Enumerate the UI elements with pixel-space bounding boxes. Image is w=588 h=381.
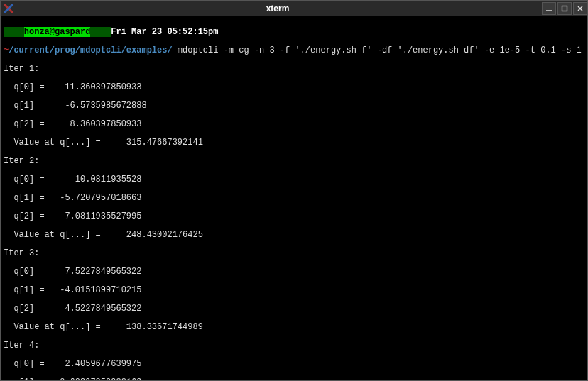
output-line: q[0] = 2.4059677639975	[4, 360, 584, 369]
output-line: Value at q[...] = 138.33671744989	[4, 323, 584, 332]
output-line: Iter 3:	[4, 249, 584, 258]
window-title: xterm	[15, 4, 540, 13]
output-line: Iter 1:	[4, 65, 584, 74]
output-line: q[1] = -0.60397850933169	[4, 378, 584, 380]
output-line: q[0] = 10.0811935528	[4, 175, 584, 184]
command-line: ~/current/prog/mdoptcli/examples/ mdoptc…	[4, 46, 584, 55]
maximize-button[interactable]	[557, 2, 572, 15]
output-line: q[1] = -5.7207957018663	[4, 194, 584, 203]
output-line: Iter 4:	[4, 341, 584, 350]
terminal-body[interactable]: honza@gaspard Fri Mar 23 05:52:15pm ~/cu…	[1, 16, 587, 380]
prompt-timestamp: Fri Mar 23 05:52:15pm	[111, 27, 218, 37]
titlebar[interactable]: xterm	[1, 1, 587, 16]
svg-rect-3	[562, 6, 567, 11]
prompt-line: honza@gaspard Fri Mar 23 05:52:15pm	[4, 28, 584, 37]
output-line: Iter 2:	[4, 157, 584, 166]
output-line: q[2] = 4.5227849565322	[4, 304, 584, 314]
prompt-userhost: honza@gaspard	[24, 27, 91, 37]
output-line: q[0] = 11.360397850933	[4, 83, 584, 92]
app-icon	[2, 2, 15, 15]
window-controls	[540, 2, 587, 15]
minimize-button[interactable]	[542, 2, 556, 15]
output-line: q[1] = -4.0151899710215	[4, 286, 584, 295]
output-line: Value at q[...] = 315.47667392141	[4, 138, 584, 148]
command-text: mdoptcli -m cg -n 3 -f './energy.sh f' -…	[178, 45, 587, 55]
prompt-path: /current/prog/mdoptcli/examples/	[9, 45, 172, 55]
output-line: q[0] = 7.5227849565322	[4, 267, 584, 277]
output-line: q[2] = 8.360397850933	[4, 120, 584, 129]
output-line: q[1] = -6.5735985672888	[4, 101, 584, 111]
output-line: q[2] = 7.0811935527995	[4, 212, 584, 221]
output-line: Value at q[...] = 248.43002176425	[4, 231, 584, 240]
window: xterm honza@gaspard Fri Mar 23 05:52:15p…	[0, 0, 588, 381]
close-button[interactable]	[573, 2, 587, 15]
